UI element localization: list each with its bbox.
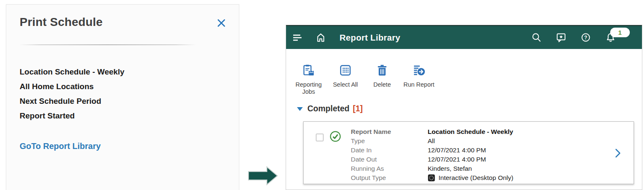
reporting-jobs-icon <box>302 64 315 78</box>
app-bar: Report Library <box>286 25 642 49</box>
section-count-badge: [1] <box>353 104 363 113</box>
field-value: All <box>428 136 435 146</box>
select-all-icon <box>339 64 352 78</box>
reporting-jobs-label: Reporting Jobs <box>290 81 327 95</box>
screenshot-canvas: Print Schedule Location Schedule - Weekl… <box>0 0 644 190</box>
goto-report-library-link[interactable]: GoTo Report Library <box>20 141 101 151</box>
field-label: Date Out <box>351 155 428 164</box>
delete-trash-icon <box>376 64 388 78</box>
dialog-header: Print Schedule <box>20 15 228 31</box>
report-checkbox[interactable] <box>316 134 324 141</box>
field-label: Date In <box>351 146 428 155</box>
report-card[interactable]: Report Name Location Schedule - Weekly T… <box>303 121 634 184</box>
select-all-button[interactable]: Select All <box>327 64 364 95</box>
status-line: Report Started <box>20 108 124 123</box>
home-icon[interactable] <box>315 32 326 43</box>
section-title: Completed <box>307 104 350 113</box>
field-report-name: Report Name Location Schedule - Weekly <box>351 127 513 136</box>
field-value: 12/07/2021 4:00 PM <box>428 146 486 155</box>
locations-line: All Home Locations <box>20 79 124 94</box>
interactive-output-icon <box>428 174 435 182</box>
field-label: Report Name <box>351 127 428 136</box>
divider <box>19 44 196 45</box>
delete-button[interactable]: Delete <box>364 64 401 95</box>
notification-badge[interactable]: 1 <box>610 28 630 37</box>
page-title: Report Library <box>340 33 400 43</box>
field-value: Location Schedule - Weekly <box>428 127 513 136</box>
app-bar-actions: ? 1 <box>531 32 642 43</box>
field-type: Type All <box>351 136 513 146</box>
delete-label: Delete <box>373 81 391 88</box>
completed-section-header[interactable]: Completed [1] <box>297 104 363 113</box>
search-icon[interactable] <box>531 32 542 43</box>
report-library-window: Report Library <box>286 25 642 190</box>
toolbar: Reporting Jobs Select All <box>290 64 437 95</box>
field-value: Interactive (Desktop Only) <box>439 173 513 182</box>
feedback-icon[interactable] <box>556 32 566 43</box>
field-date-in: Date In 12/07/2021 4:00 PM <box>351 146 513 155</box>
field-label: Running As <box>351 164 428 173</box>
field-value: Kinders, Stefan <box>428 164 472 173</box>
dialog-title: Print Schedule <box>20 15 103 29</box>
notifications-area: 1 <box>605 32 616 43</box>
reporting-jobs-button[interactable]: Reporting Jobs <box>290 64 327 95</box>
field-date-out: Date Out 12/07/2021 4:00 PM <box>351 155 513 164</box>
run-report-button[interactable]: Run Report <box>401 64 437 95</box>
print-schedule-dialog: Print Schedule Location Schedule - Weekl… <box>6 4 239 190</box>
flow-arrow-icon <box>247 166 279 187</box>
field-label: Type <box>351 136 428 146</box>
help-glyph: ? <box>584 35 587 41</box>
field-label: Output Type <box>351 173 428 182</box>
field-running-as: Running As Kinders, Stefan <box>351 164 513 173</box>
menu-icon[interactable] <box>292 33 303 42</box>
field-value: 12/07/2021 4:00 PM <box>428 155 486 164</box>
run-report-icon <box>413 64 425 78</box>
run-report-label: Run Report <box>403 81 434 88</box>
chevron-right-icon[interactable] <box>613 148 623 160</box>
period-line: Next Schedule Period <box>20 94 124 108</box>
help-icon[interactable]: ? <box>581 32 591 43</box>
report-summary: Location Schedule - Weekly All Home Loca… <box>20 64 124 123</box>
completed-check-icon <box>330 131 341 144</box>
report-name-line: Location Schedule - Weekly <box>20 64 124 79</box>
collapse-triangle-icon[interactable] <box>297 107 303 111</box>
field-output-type: Output Type Interactive (Desktop Only) <box>351 173 513 182</box>
report-fields: Report Name Location Schedule - Weekly T… <box>351 127 513 182</box>
select-all-label: Select All <box>333 81 358 88</box>
close-icon[interactable] <box>215 16 228 31</box>
